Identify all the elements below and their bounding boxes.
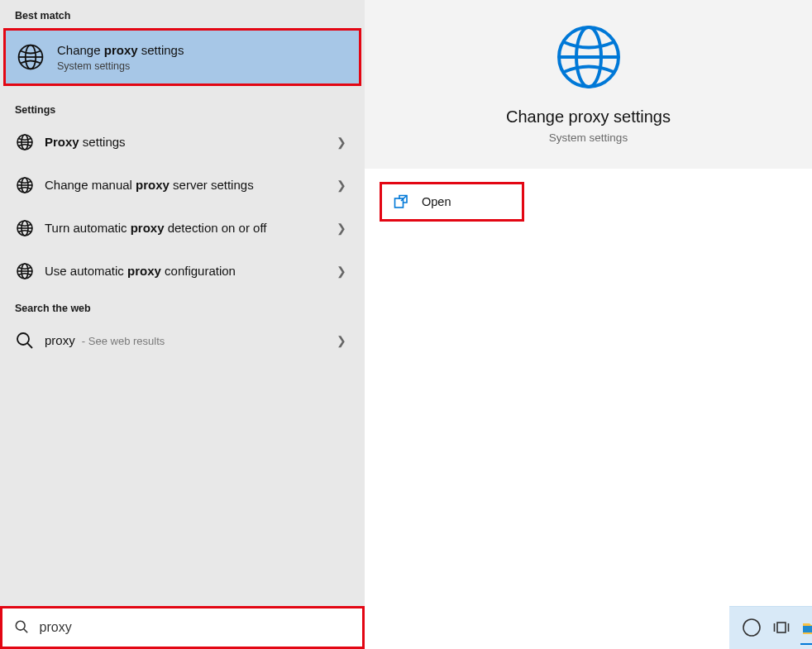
section-header-best-match: Best match — [0, 0, 365, 26]
svg-point-15 — [17, 333, 29, 345]
settings-item-proxy-settings[interactable]: Proxy settings ❯ — [0, 121, 365, 164]
globe-icon — [15, 175, 35, 195]
svg-line-16 — [27, 343, 32, 348]
globe-icon — [553, 21, 624, 93]
web-result-proxy[interactable]: proxy - See web results ❯ — [0, 319, 365, 362]
search-box[interactable] — [0, 606, 365, 649]
search-results-panel: Best match Change proxy settings System … — [0, 0, 365, 649]
settings-item-auto-config[interactable]: Use automatic proxy configuration ❯ — [0, 250, 365, 293]
chevron-right-icon: ❯ — [337, 222, 346, 235]
chevron-right-icon: ❯ — [337, 136, 346, 149]
preview-panel: Change proxy settings System settings Op… — [365, 0, 812, 649]
settings-item-manual-proxy[interactable]: Change manual proxy server settings ❯ — [0, 164, 365, 207]
taskbar-cortana[interactable] — [741, 612, 762, 645]
settings-item-label: Turn automatic proxy detection on or off — [45, 220, 351, 236]
svg-rect-25 — [777, 623, 786, 632]
chevron-right-icon: ❯ — [337, 179, 346, 192]
globe-icon — [15, 132, 35, 152]
web-item-label: proxy - See web results — [45, 332, 351, 349]
section-header-search-web: Search the web — [0, 293, 365, 319]
globe-icon — [15, 261, 35, 281]
svg-point-17 — [16, 621, 25, 630]
search-icon — [14, 619, 30, 636]
search-input[interactable] — [40, 620, 351, 635]
chevron-right-icon: ❯ — [337, 265, 346, 278]
globe-icon — [15, 218, 35, 238]
preview-title: Change proxy settings — [381, 107, 795, 126]
svg-line-18 — [24, 629, 27, 632]
globe-icon — [16, 42, 45, 72]
svg-point-24 — [743, 619, 760, 636]
open-label: Open — [422, 195, 451, 208]
taskbar-task-view[interactable] — [771, 612, 792, 645]
taskbar: DELL W — [729, 606, 812, 649]
settings-item-auto-detect[interactable]: Turn automatic proxy detection on or off… — [0, 207, 365, 250]
best-match-result[interactable]: Change proxy settings System settings — [3, 28, 361, 86]
chevron-right-icon: ❯ — [337, 334, 346, 347]
settings-item-label: Proxy settings — [45, 134, 351, 150]
preview-subtitle: System settings — [381, 131, 795, 144]
best-match-subtitle: System settings — [57, 60, 184, 72]
settings-item-label: Use automatic proxy configuration — [45, 263, 351, 279]
search-icon — [15, 331, 35, 351]
open-button[interactable]: Open — [380, 182, 524, 222]
section-header-settings: Settings — [0, 94, 365, 121]
best-match-title: Change proxy settings — [57, 43, 184, 57]
taskbar-file-explorer[interactable] — [800, 612, 812, 645]
preview-card: Change proxy settings System settings — [365, 0, 812, 169]
settings-item-label: Change manual proxy server settings — [45, 177, 351, 193]
open-icon — [394, 194, 408, 209]
